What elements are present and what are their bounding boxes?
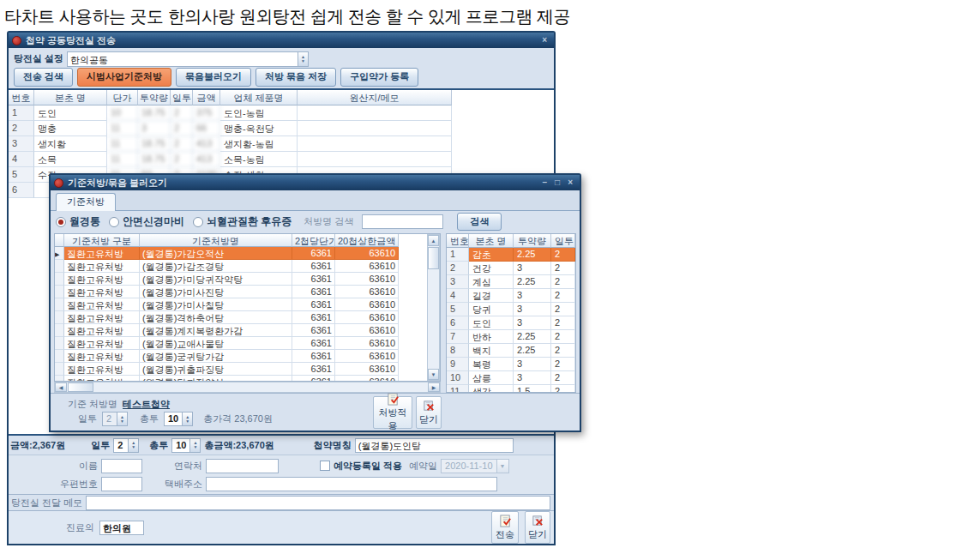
standard-rx-table: 기준처방 구분 기준처방명 2첩당단가 20첩상한금액 질환고유처방(월경통)가… bbox=[55, 234, 427, 381]
rx-herb-row[interactable]: 1감초2.252 bbox=[447, 248, 575, 262]
close-icon[interactable]: × bbox=[540, 36, 549, 45]
total-amount-text: 총금액:23,670원 bbox=[204, 439, 274, 452]
rx-herb-row[interactable]: 3계심2.252 bbox=[447, 275, 575, 289]
radio-checked-icon bbox=[56, 217, 66, 227]
filter-bar: 월경통 안면신경마비 뇌혈관질환 후유증 처방명 검색 검색 bbox=[51, 211, 580, 232]
rx-herb-row[interactable]: 6도인32 bbox=[447, 316, 575, 330]
send-button[interactable]: 전송 bbox=[491, 511, 519, 544]
standard-rx-row[interactable]: 질환고유처방(월경통)교애사물탕636163610 bbox=[55, 337, 427, 350]
main-window-title: 첩약 공동탕전실 전송 bbox=[26, 34, 536, 47]
close-button[interactable]: 닫기 bbox=[416, 396, 442, 429]
standard-rx-row[interactable]: 질환고유처방(월경통)가미사진탕636163610 bbox=[55, 286, 427, 298]
standard-rx-row[interactable]: 질환고유처방(월경통)가감오적산636163610 bbox=[55, 247, 427, 260]
send-note-icon bbox=[499, 515, 512, 527]
apply-rx-button[interactable]: 처방적용 bbox=[373, 396, 412, 429]
doctor-input[interactable]: 한의원 bbox=[99, 521, 144, 535]
name-input[interactable] bbox=[101, 459, 142, 473]
radio-facial-palsy[interactable]: 안면신경마비 bbox=[109, 214, 184, 229]
rx-herb-row[interactable]: 4길경32 bbox=[447, 289, 575, 303]
standard-rx-name-label: 기준 처방명 bbox=[68, 398, 117, 411]
pharmacy-setting-select[interactable]: 한의공동 ▲▼ bbox=[67, 51, 309, 67]
herb-row[interactable]: 1도인1018.752375도인-농림 bbox=[9, 105, 554, 121]
calendar-dropdown-icon[interactable]: ▼ bbox=[496, 460, 508, 473]
customer-panel: 이름 연락처 예약등록일 적용 예약일 2020-11-10 ▼ 우편번호 택배… bbox=[9, 455, 554, 494]
address-input[interactable] bbox=[206, 477, 497, 491]
daily-dose-stepper[interactable]: 2 ▲▼ bbox=[113, 438, 139, 453]
minimize-icon[interactable]: – bbox=[541, 178, 550, 187]
total-packs-stepper[interactable]: 10 ▲▼ bbox=[171, 438, 201, 453]
maximize-icon[interactable]: □ bbox=[553, 178, 562, 187]
phone-label: 연락처 bbox=[158, 460, 202, 473]
radio-icon bbox=[193, 217, 203, 227]
standard-rx-row[interactable]: 질환고유처방(월경통)격하축어탕636163610 bbox=[55, 311, 427, 324]
herb-row[interactable]: 3생지황1118.752413생지황-농림 bbox=[9, 136, 554, 152]
memo-input[interactable] bbox=[86, 496, 550, 510]
doctor-label: 진료의 bbox=[12, 521, 94, 534]
reserve-date-checkbox[interactable] bbox=[320, 461, 330, 471]
send-search-button[interactable]: 전송 검색 bbox=[14, 68, 73, 87]
total-packs-stepper[interactable]: 10 ▲▼ bbox=[164, 412, 193, 426]
summary-bar: 금액:2,367원 일투 2 ▲▼ 총투 10 ▲▼ 총금액:23,670원 첩… bbox=[9, 434, 554, 455]
spinner-icon[interactable]: ▲▼ bbox=[189, 439, 200, 452]
rx-herb-row[interactable]: 7반하2.252 bbox=[447, 330, 575, 344]
phone-input[interactable] bbox=[206, 459, 279, 473]
address-label: 택배주소 bbox=[158, 478, 202, 491]
herb-table-header: 번호 본초 명 단가 투약량 일투 금액 업체 제품명 원산지/메모 bbox=[9, 90, 554, 105]
reserve-date-label: 예약일 bbox=[409, 460, 437, 473]
spinner-icon[interactable]: ▲▼ bbox=[128, 439, 138, 452]
scroll-up-icon[interactable]: ▲ bbox=[428, 235, 439, 246]
standard-rx-row[interactable]: 질환고유처방(월경통)귀출파징탕636163610 bbox=[55, 363, 427, 376]
radio-stroke-sequelae[interactable]: 뇌혈관질환 후유증 bbox=[193, 214, 292, 229]
rx-title-input[interactable]: (월경통)도인탕 bbox=[355, 438, 514, 453]
total-packs-label: 총투 bbox=[140, 413, 159, 425]
close-icon[interactable]: × bbox=[566, 178, 574, 187]
rx-herb-row[interactable]: 9복령32 bbox=[447, 358, 575, 371]
scrollbar-thumb[interactable] bbox=[68, 382, 93, 392]
scroll-down-icon[interactable]: ▼ bbox=[428, 369, 439, 380]
daily-dose-stepper[interactable]: 2 ▲▼ bbox=[102, 412, 128, 426]
load-bundle-button[interactable]: 묶음불러오기 bbox=[176, 68, 251, 87]
standard-rx-row[interactable]: 질환고유처방(월경통)당귀작약산636163610 bbox=[55, 376, 427, 381]
total-packs-label: 총투 bbox=[149, 439, 168, 452]
scrollbar-thumb[interactable] bbox=[428, 247, 439, 269]
spinner-icon[interactable]: ▲▼ bbox=[298, 52, 308, 66]
save-rx-bundle-button[interactable]: 처방 묶음 저장 bbox=[256, 68, 336, 87]
standard-rx-row[interactable]: 질환고유처방(월경통)궁귀탕가감636163610 bbox=[55, 350, 427, 363]
total-price-text: 총가격 23,670원 bbox=[203, 413, 273, 425]
horizontal-scrollbar[interactable]: ◀ ▶ bbox=[54, 382, 441, 393]
spinner-icon[interactable]: ▲▼ bbox=[182, 413, 192, 425]
herb-row[interactable]: 2맹충113266맹충-옥천당 bbox=[9, 121, 554, 136]
daily-dose-label: 일투 bbox=[91, 439, 110, 452]
standard-rx-row[interactable]: 질환고유처방(월경통)계지복령환가감636163610 bbox=[55, 324, 427, 337]
herb-row[interactable]: 4소목1118.752413소목-농림 bbox=[9, 152, 554, 167]
zip-label: 우편번호 bbox=[12, 478, 98, 491]
rx-herb-row[interactable]: 8백지2.252 bbox=[447, 344, 575, 358]
reserve-date-picker[interactable]: 2020-11-10 ▼ bbox=[441, 459, 508, 473]
standard-rx-row[interactable]: 질환고유처방(월경통)가감조경탕636163610 bbox=[55, 260, 427, 273]
spinner-icon[interactable]: ▲▼ bbox=[117, 413, 127, 425]
popup-tabstrip: 기준처방 bbox=[51, 190, 580, 211]
tab-standard-rx[interactable]: 기준처방 bbox=[56, 193, 116, 211]
pilot-standard-rx-button[interactable]: 시범사업기준처방 bbox=[77, 68, 171, 87]
vertical-scrollbar[interactable]: ▲ ▼ bbox=[427, 234, 440, 381]
standard-rx-name-link[interactable]: 테스트첩약 bbox=[123, 398, 170, 411]
name-label: 이름 bbox=[12, 460, 98, 473]
radio-menstrual-pain[interactable]: 월경통 bbox=[56, 214, 100, 229]
register-drug-price-button[interactable]: 구입약가 등록 bbox=[340, 68, 418, 87]
popup-titlebar: 기준처방/묶음 불러오기 – □ × bbox=[51, 175, 580, 190]
scroll-right-icon[interactable]: ▶ bbox=[428, 382, 440, 392]
rx-herb-row[interactable]: 10삼릉32 bbox=[447, 371, 575, 385]
rx-herb-row[interactable]: 11생강1.52 bbox=[447, 385, 575, 393]
popup-footer: 기준 처방명 테스트첩약 일투 2 ▲▼ 총투 10 ▲▼ 총가격 23,670… bbox=[51, 393, 580, 431]
close-button[interactable]: 닫기 bbox=[525, 511, 550, 544]
apply-note-icon bbox=[387, 393, 400, 406]
scroll-left-icon[interactable]: ◀ bbox=[55, 382, 67, 392]
rx-herb-row[interactable]: 2건강32 bbox=[447, 262, 575, 275]
search-button[interactable]: 검색 bbox=[457, 213, 502, 231]
rx-title-label: 첩약명칭 bbox=[314, 439, 352, 452]
rx-search-input[interactable] bbox=[362, 214, 443, 229]
standard-rx-row[interactable]: 질환고유처방(월경통)가미당귀작약탕636163610 bbox=[55, 273, 427, 286]
zip-input[interactable] bbox=[101, 477, 142, 491]
standard-rx-row[interactable]: 질환고유처방(월경통)가미사칠탕636163610 bbox=[55, 298, 427, 311]
rx-herb-row[interactable]: 5당귀32 bbox=[447, 303, 575, 316]
